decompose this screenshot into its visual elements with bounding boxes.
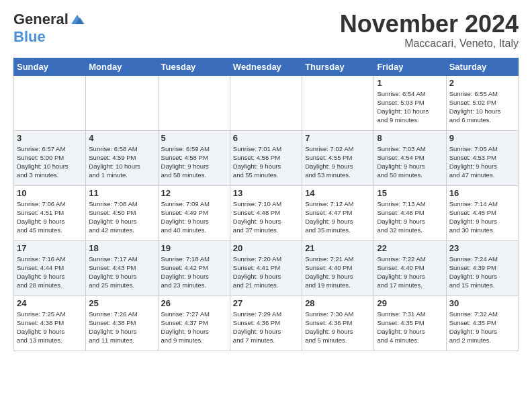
- table-cell: [158, 75, 230, 130]
- table-cell: 26Sunrise: 7:27 AM Sunset: 4:37 PM Dayli…: [158, 295, 230, 351]
- table-cell: 15Sunrise: 7:13 AM Sunset: 4:46 PM Dayli…: [374, 185, 446, 240]
- day-info: Sunrise: 7:05 AM Sunset: 4:53 PM Dayligh…: [449, 144, 515, 180]
- day-info: Sunrise: 7:14 AM Sunset: 4:45 PM Dayligh…: [449, 199, 515, 235]
- day-number: 7: [305, 133, 371, 143]
- table-cell: 13Sunrise: 7:10 AM Sunset: 4:48 PM Dayli…: [230, 185, 302, 240]
- table-cell: 4Sunrise: 6:58 AM Sunset: 4:59 PM Daylig…: [86, 130, 158, 185]
- calendar-week-5: 24Sunrise: 7:25 AM Sunset: 4:38 PM Dayli…: [14, 295, 519, 351]
- day-number: 14: [305, 188, 371, 198]
- day-info: Sunrise: 7:16 AM Sunset: 4:44 PM Dayligh…: [17, 255, 83, 290]
- day-number: 24: [17, 298, 83, 308]
- table-cell: 6Sunrise: 7:01 AM Sunset: 4:56 PM Daylig…: [230, 130, 302, 185]
- table-cell: 7Sunrise: 7:02 AM Sunset: 4:55 PM Daylig…: [302, 130, 374, 185]
- table-cell: 30Sunrise: 7:32 AM Sunset: 4:35 PM Dayli…: [446, 295, 518, 351]
- logo-blue-text: Blue: [13, 28, 46, 46]
- calendar-body: 1Sunrise: 6:54 AM Sunset: 5:03 PM Daylig…: [14, 75, 519, 351]
- col-tuesday: Tuesday: [158, 58, 230, 75]
- day-number: 25: [89, 298, 154, 308]
- day-number: 19: [161, 243, 227, 253]
- day-info: Sunrise: 6:55 AM Sunset: 5:02 PM Dayligh…: [449, 89, 515, 125]
- day-number: 22: [377, 243, 443, 253]
- table-cell: 21Sunrise: 7:21 AM Sunset: 4:40 PM Dayli…: [302, 240, 374, 295]
- table-cell: [230, 75, 302, 130]
- day-number: 18: [89, 243, 154, 253]
- day-info: Sunrise: 7:31 AM Sunset: 4:35 PM Dayligh…: [377, 310, 443, 345]
- day-info: Sunrise: 7:24 AM Sunset: 4:39 PM Dayligh…: [449, 255, 515, 290]
- day-number: 15: [377, 188, 443, 198]
- day-number: 3: [17, 133, 83, 143]
- table-cell: 18Sunrise: 7:17 AM Sunset: 4:43 PM Dayli…: [86, 240, 158, 295]
- day-number: 29: [377, 298, 443, 308]
- calendar-week-2: 3Sunrise: 6:57 AM Sunset: 5:00 PM Daylig…: [14, 130, 519, 185]
- day-info: Sunrise: 7:12 AM Sunset: 4:47 PM Dayligh…: [305, 199, 371, 235]
- day-number: 12: [161, 188, 227, 198]
- day-number: 28: [305, 298, 371, 308]
- day-number: 10: [17, 188, 83, 198]
- table-cell: [302, 75, 374, 130]
- day-info: Sunrise: 7:20 AM Sunset: 4:41 PM Dayligh…: [233, 255, 299, 290]
- day-info: Sunrise: 7:09 AM Sunset: 4:49 PM Dayligh…: [161, 199, 227, 235]
- calendar-week-4: 17Sunrise: 7:16 AM Sunset: 4:44 PM Dayli…: [14, 240, 519, 295]
- calendar-week-3: 10Sunrise: 7:06 AM Sunset: 4:51 PM Dayli…: [14, 185, 519, 240]
- day-info: Sunrise: 6:54 AM Sunset: 5:03 PM Dayligh…: [377, 89, 443, 125]
- day-info: Sunrise: 7:25 AM Sunset: 4:38 PM Dayligh…: [17, 310, 83, 345]
- table-cell: 24Sunrise: 7:25 AM Sunset: 4:38 PM Dayli…: [14, 295, 86, 351]
- day-info: Sunrise: 7:26 AM Sunset: 4:38 PM Dayligh…: [89, 310, 154, 345]
- day-number: 23: [449, 243, 515, 253]
- page-header: General Blue November 2024 Maccacari, Ve…: [13, 11, 519, 50]
- day-info: Sunrise: 7:29 AM Sunset: 4:36 PM Dayligh…: [233, 310, 299, 345]
- month-title: November 2024: [340, 11, 519, 38]
- day-info: Sunrise: 7:22 AM Sunset: 4:40 PM Dayligh…: [377, 255, 443, 290]
- day-number: 20: [233, 243, 299, 253]
- day-number: 30: [449, 298, 515, 308]
- title-section: November 2024 Maccacari, Veneto, Italy: [340, 11, 519, 50]
- table-cell: 29Sunrise: 7:31 AM Sunset: 4:35 PM Dayli…: [374, 295, 446, 351]
- table-cell: 3Sunrise: 6:57 AM Sunset: 5:00 PM Daylig…: [14, 130, 86, 185]
- col-thursday: Thursday: [302, 58, 374, 75]
- day-number: 4: [89, 133, 154, 143]
- table-cell: 22Sunrise: 7:22 AM Sunset: 4:40 PM Dayli…: [374, 240, 446, 295]
- table-cell: 28Sunrise: 7:30 AM Sunset: 4:36 PM Dayli…: [302, 295, 374, 351]
- day-number: 11: [89, 188, 154, 198]
- day-number: 13: [233, 188, 299, 198]
- table-cell: 16Sunrise: 7:14 AM Sunset: 4:45 PM Dayli…: [446, 185, 518, 240]
- logo: General Blue: [13, 11, 85, 46]
- day-info: Sunrise: 7:10 AM Sunset: 4:48 PM Dayligh…: [233, 199, 299, 235]
- day-info: Sunrise: 7:06 AM Sunset: 4:51 PM Dayligh…: [17, 199, 83, 235]
- day-number: 16: [449, 188, 515, 198]
- day-number: 6: [233, 133, 299, 143]
- day-info: Sunrise: 7:02 AM Sunset: 4:55 PM Dayligh…: [305, 144, 371, 180]
- day-number: 8: [377, 133, 443, 143]
- table-cell: 8Sunrise: 7:03 AM Sunset: 4:54 PM Daylig…: [374, 130, 446, 185]
- day-number: 9: [449, 133, 515, 143]
- day-info: Sunrise: 7:01 AM Sunset: 4:56 PM Dayligh…: [233, 144, 299, 180]
- calendar-table: Sunday Monday Tuesday Wednesday Thursday…: [13, 58, 519, 351]
- col-monday: Monday: [86, 58, 158, 75]
- day-info: Sunrise: 7:18 AM Sunset: 4:42 PM Dayligh…: [161, 255, 227, 290]
- day-info: Sunrise: 7:30 AM Sunset: 4:36 PM Dayligh…: [305, 310, 371, 345]
- table-cell: 2Sunrise: 6:55 AM Sunset: 5:02 PM Daylig…: [446, 75, 518, 130]
- logo-icon: [70, 12, 85, 27]
- table-cell: 27Sunrise: 7:29 AM Sunset: 4:36 PM Dayli…: [230, 295, 302, 351]
- day-info: Sunrise: 7:27 AM Sunset: 4:37 PM Dayligh…: [161, 310, 227, 345]
- table-cell: 25Sunrise: 7:26 AM Sunset: 4:38 PM Dayli…: [86, 295, 158, 351]
- table-cell: 11Sunrise: 7:08 AM Sunset: 4:50 PM Dayli…: [86, 185, 158, 240]
- table-cell: [86, 75, 158, 130]
- col-friday: Friday: [374, 58, 446, 75]
- table-cell: 9Sunrise: 7:05 AM Sunset: 4:53 PM Daylig…: [446, 130, 518, 185]
- table-cell: 20Sunrise: 7:20 AM Sunset: 4:41 PM Dayli…: [230, 240, 302, 295]
- day-info: Sunrise: 6:57 AM Sunset: 5:00 PM Dayligh…: [17, 144, 83, 180]
- location: Maccacari, Veneto, Italy: [340, 38, 519, 50]
- table-cell: 17Sunrise: 7:16 AM Sunset: 4:44 PM Dayli…: [14, 240, 86, 295]
- day-info: Sunrise: 7:13 AM Sunset: 4:46 PM Dayligh…: [377, 199, 443, 235]
- day-number: 5: [161, 133, 227, 143]
- table-cell: 12Sunrise: 7:09 AM Sunset: 4:49 PM Dayli…: [158, 185, 230, 240]
- table-cell: [14, 75, 86, 130]
- page-container: General Blue November 2024 Maccacari, Ve…: [0, 0, 532, 358]
- day-info: Sunrise: 7:21 AM Sunset: 4:40 PM Dayligh…: [305, 255, 371, 290]
- col-saturday: Saturday: [446, 58, 518, 75]
- day-number: 26: [161, 298, 227, 308]
- day-info: Sunrise: 7:08 AM Sunset: 4:50 PM Dayligh…: [89, 199, 154, 235]
- table-cell: 19Sunrise: 7:18 AM Sunset: 4:42 PM Dayli…: [158, 240, 230, 295]
- calendar-week-1: 1Sunrise: 6:54 AM Sunset: 5:03 PM Daylig…: [14, 75, 519, 130]
